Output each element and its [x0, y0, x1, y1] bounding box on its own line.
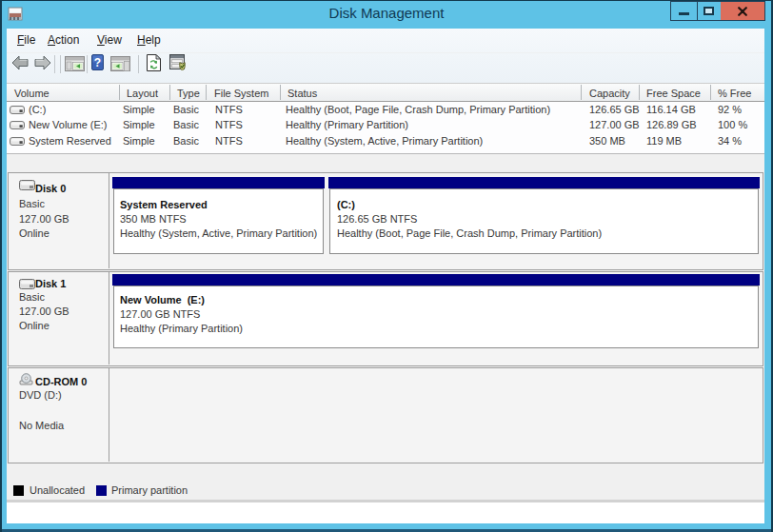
svg-text:?: ? [94, 56, 101, 69]
